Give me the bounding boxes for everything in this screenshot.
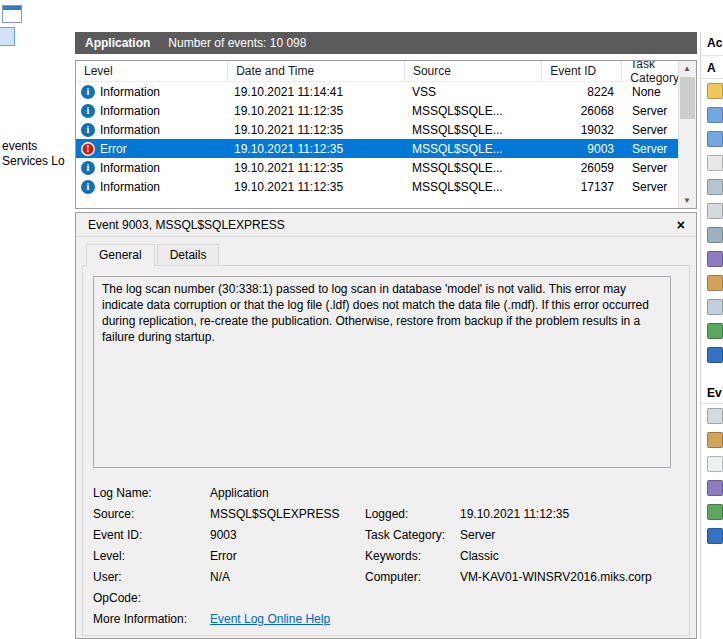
information-icon: i xyxy=(81,85,95,99)
tree-item-services-logs[interactable]: Services Lo xyxy=(2,154,75,168)
detail-field-row: OpCode: xyxy=(93,587,681,608)
field-label: Keywords: xyxy=(365,549,460,563)
action-copy[interactable] xyxy=(701,452,723,476)
column-header-event-id[interactable]: Event ID xyxy=(542,61,622,81)
action-attach-task-to-this-event[interactable] xyxy=(701,428,723,452)
event-datetime-cell: 19.10.2021 11:12:35 xyxy=(226,101,404,120)
clear-log-icon xyxy=(707,155,723,171)
actions-pane-title: Ac xyxy=(701,32,723,56)
event-list-scrollbar[interactable]: ▲ ▼ xyxy=(678,61,696,208)
tree-item-events[interactable]: events xyxy=(2,139,75,153)
action-help-event[interactable] xyxy=(701,524,723,548)
action-create-custom-view[interactable] xyxy=(701,103,723,127)
event-level-text: Information xyxy=(100,85,160,99)
event-datetime-cell: 19.10.2021 11:12:35 xyxy=(226,120,404,139)
event-id-cell: 26059 xyxy=(542,158,624,177)
detail-field-row: More Information:Event Log Online Help xyxy=(93,608,681,629)
event-description[interactable]: The log scan number (30:338:1) passed to… xyxy=(93,276,671,468)
help-event-icon xyxy=(707,528,723,544)
general-tab-content: The log scan number (30:338:1) passed to… xyxy=(82,265,690,636)
scroll-up-icon[interactable]: ▲ xyxy=(679,61,695,76)
event-level-text: Information xyxy=(100,104,160,118)
event-row[interactable]: iInformation19.10.2021 11:12:35MSSQL$SQL… xyxy=(76,120,679,139)
action-refresh[interactable] xyxy=(701,319,723,343)
information-icon: i xyxy=(81,123,95,137)
event-row[interactable]: iInformation19.10.2021 11:12:35MSSQL$SQL… xyxy=(76,177,679,196)
action-view[interactable] xyxy=(701,295,723,319)
event-id-cell: 26068 xyxy=(542,101,624,120)
event-row[interactable]: iInformation19.10.2021 11:12:35MSSQL$SQL… xyxy=(76,101,679,120)
tab-details[interactable]: Details xyxy=(157,244,220,266)
log-header-bar: Application Number of events: 10 098 xyxy=(75,32,697,54)
event-source-cell: MSSQL$SQLE... xyxy=(404,139,542,158)
event-level-cell: iInformation xyxy=(76,82,226,101)
attach-task-to-this-event-icon xyxy=(707,432,723,448)
event-datetime-cell: 19.10.2021 11:14:41 xyxy=(226,82,404,101)
field-value: Error xyxy=(210,549,365,563)
event-list-header-row: Level Date and Time Source Event ID Task… xyxy=(76,61,679,82)
event-source-cell: MSSQL$SQLE... xyxy=(404,177,542,196)
event-row[interactable]: iInformation19.10.2021 11:12:35MSSQL$SQL… xyxy=(76,158,679,177)
field-value: 19.10.2021 11:12:35 xyxy=(460,507,681,521)
event-row[interactable]: !Error19.10.2021 11:12:35MSSQL$SQLE...90… xyxy=(76,139,679,158)
actions-pane: Ac AEv xyxy=(700,32,723,639)
event-log-online-help-link[interactable]: Event Log Online Help xyxy=(210,612,365,626)
event-row[interactable]: iInformation19.10.2021 11:14:41VSS8224No… xyxy=(76,82,679,101)
column-header-date-and-time[interactable]: Date and Time xyxy=(228,61,405,81)
actions-section-header: A xyxy=(701,56,723,79)
information-icon: i xyxy=(81,104,95,118)
column-header-level[interactable]: Level xyxy=(76,61,228,81)
refresh-event-icon xyxy=(707,504,723,520)
event-datetime-cell: 19.10.2021 11:12:35 xyxy=(226,139,404,158)
close-details-icon[interactable]: × xyxy=(674,217,688,233)
event-source-cell: VSS xyxy=(404,82,542,101)
tree-node-icon[interactable] xyxy=(0,27,15,46)
scrollbar-thumb[interactable] xyxy=(680,77,695,119)
action-properties[interactable] xyxy=(701,199,723,223)
event-level-text: Information xyxy=(100,161,160,175)
action-save-all-events-as[interactable] xyxy=(701,247,723,271)
event-id-cell: 8224 xyxy=(542,82,624,101)
field-label: OpCode: xyxy=(93,591,210,605)
action-filter-current-log[interactable] xyxy=(701,175,723,199)
action-find[interactable] xyxy=(701,223,723,247)
details-title: Event 9003, MSSQL$SQLEXPRESS xyxy=(88,218,674,232)
event-task-cell: None xyxy=(624,82,679,101)
event-level-cell: iInformation xyxy=(76,158,226,177)
action-event-properties[interactable] xyxy=(701,404,723,428)
event-level-text: Information xyxy=(100,180,160,194)
save-selected-events-icon xyxy=(707,480,723,496)
action-import-custom-view[interactable] xyxy=(701,127,723,151)
event-task-cell: Server xyxy=(624,101,679,120)
event-id-cell: 19032 xyxy=(542,120,624,139)
event-datetime-cell: 19.10.2021 11:12:35 xyxy=(226,177,404,196)
scroll-down-icon[interactable]: ▼ xyxy=(679,193,695,208)
console-window-icon[interactable] xyxy=(2,5,22,23)
event-list: Level Date and Time Source Event ID Task… xyxy=(75,60,697,209)
field-value: 9003 xyxy=(210,528,365,542)
action-clear-log[interactable] xyxy=(701,151,723,175)
column-header-task-category[interactable]: Task Category xyxy=(622,61,679,81)
import-custom-view-icon xyxy=(707,131,723,147)
tab-general[interactable]: General xyxy=(86,244,155,267)
action-help[interactable] xyxy=(701,343,723,367)
detail-field-row: User:N/AComputer:VM-KAV01-WINSRV2016.mik… xyxy=(93,566,681,587)
main-pane: Application Number of events: 10 098 Lev… xyxy=(75,32,697,639)
help-icon xyxy=(707,347,723,363)
field-label: User: xyxy=(93,570,210,584)
column-header-source[interactable]: Source xyxy=(405,61,542,81)
event-level-cell: !Error xyxy=(76,139,226,158)
action-save-selected-events[interactable] xyxy=(701,476,723,500)
refresh-icon xyxy=(707,323,723,339)
action-open-saved-log[interactable] xyxy=(701,79,723,103)
filter-current-log-icon xyxy=(707,179,723,195)
properties-icon xyxy=(707,203,723,219)
event-level-text: Error xyxy=(100,142,127,156)
field-value: Classic xyxy=(460,549,681,563)
field-label: Level: xyxy=(93,549,210,563)
create-custom-view-icon xyxy=(707,107,723,123)
action-attach-task-to-log[interactable] xyxy=(701,271,723,295)
actions-section-header: Ev xyxy=(701,381,723,404)
field-label: Source: xyxy=(93,507,210,521)
action-refresh-event[interactable] xyxy=(701,500,723,524)
